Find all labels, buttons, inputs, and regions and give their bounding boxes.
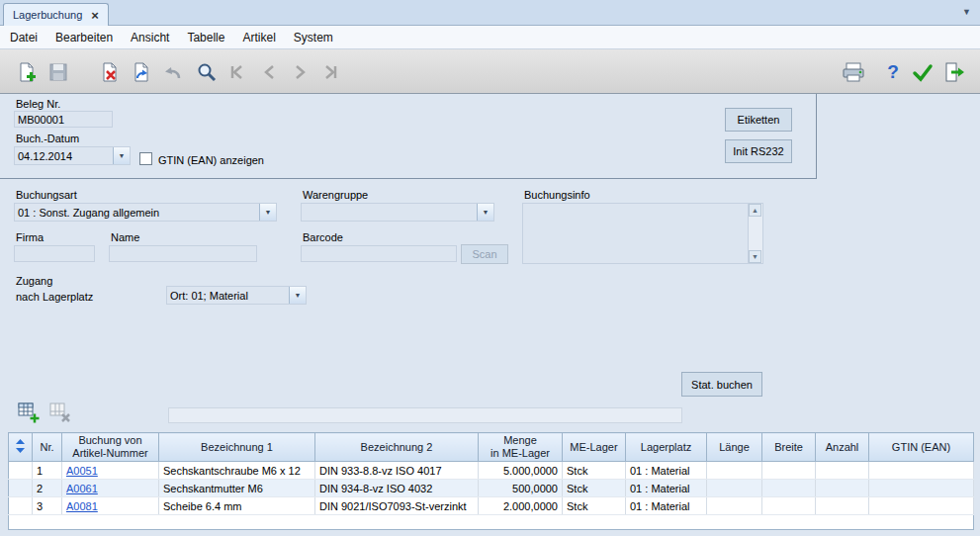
name-label: Name: [111, 231, 139, 243]
check-icon: [911, 61, 935, 83]
name-field[interactable]: [109, 245, 257, 262]
column-header-anzahl[interactable]: Anzahl: [816, 433, 869, 462]
buchungsart-combo[interactable]: 01 : Sonst. Zugang allgemein ▼: [14, 203, 277, 222]
nav-prev-button[interactable]: [255, 57, 285, 87]
exit-icon: [942, 61, 966, 83]
buchungsinfo-label: Buchungsinfo: [524, 189, 590, 201]
cell-bezeichnung1: Sechskantschraube M6 x 12: [159, 462, 315, 480]
exit-button[interactable]: [939, 57, 969, 87]
scroll-down-icon[interactable]: ▼: [749, 250, 761, 263]
save-button[interactable]: [44, 57, 73, 87]
column-header-artikel-nummer[interactable]: Buchung von Artikel-Nummer: [62, 433, 159, 462]
table-header-row: Nr. Buchung von Artikel-Nummer Bezeichnu…: [9, 433, 974, 462]
artikel-link[interactable]: A0081: [66, 500, 98, 512]
delete-row-button[interactable]: [45, 398, 75, 427]
column-header-breite[interactable]: Breite: [762, 433, 816, 462]
undo-button[interactable]: [158, 57, 188, 87]
column-header-bezeichnung1[interactable]: Bezeichnung 1: [159, 433, 315, 462]
artikel-link[interactable]: A0051: [66, 465, 98, 477]
menu-datei[interactable]: Datei: [10, 31, 38, 45]
cell-bezeichnung1: Sechskantmutter M6: [159, 480, 315, 497]
nav-last-button[interactable]: [314, 57, 344, 87]
nav-next-button[interactable]: [285, 57, 314, 87]
column-header-nr[interactable]: Nr.: [33, 433, 62, 462]
etiketten-button-label: Etiketten: [738, 114, 780, 126]
nav-next-icon: [289, 61, 311, 83]
column-header-sort[interactable]: [9, 433, 33, 462]
menu-system[interactable]: System: [294, 31, 333, 45]
cell-breite: [762, 497, 816, 515]
tab-list-caret-icon[interactable]: ▼: [962, 7, 971, 17]
lagerplatz-combo[interactable]: Ort: 01; Material ▼: [166, 286, 307, 305]
warengruppe-combo[interactable]: ▼: [301, 203, 494, 222]
undo-icon: [162, 61, 184, 83]
buch-datum-label: Buch.-Datum: [16, 133, 79, 144]
add-row-button[interactable]: [14, 398, 44, 427]
confirm-button[interactable]: [908, 57, 937, 87]
chevron-down-icon[interactable]: ▼: [289, 287, 306, 304]
cell-laenge: [707, 497, 762, 515]
column-header-laenge[interactable]: Länge: [707, 433, 762, 462]
barcode-field[interactable]: [301, 245, 457, 262]
tab-title: Lagerbuchung: [13, 9, 82, 21]
buchungsinfo-scrollbar[interactable]: ▲ ▼: [748, 204, 762, 263]
positions-info-field[interactable]: [168, 407, 682, 423]
print-button[interactable]: [839, 57, 868, 87]
buchungsinfo-textarea[interactable]: ▲ ▼: [522, 203, 763, 264]
refresh-record-button[interactable]: [127, 57, 156, 87]
buch-datum-combo[interactable]: 04.12.2014 ▼: [14, 146, 131, 165]
search-icon: [196, 61, 218, 83]
cell-bezeichnung2: DIN 934-8-vz ISO 4032: [315, 480, 479, 497]
menu-ansicht[interactable]: Ansicht: [131, 31, 169, 45]
column-header-bezeichnung2[interactable]: Bezeichnung 2: [315, 433, 479, 462]
buchungsart-value: 01 : Sonst. Zugang allgemein: [15, 207, 259, 219]
add-row-icon: [16, 400, 42, 425]
column-header-lagerplatz[interactable]: Lagerplatz: [626, 433, 707, 462]
beleg-groupbox: [0, 94, 817, 179]
close-icon[interactable]: ×: [91, 9, 99, 22]
header-line2: Artikel-Nummer: [64, 447, 156, 460]
stat-buchen-button[interactable]: Stat. buchen: [681, 372, 762, 397]
column-header-menge[interactable]: Menge in ME-Lager: [479, 433, 563, 462]
menu-bearbeiten[interactable]: Bearbeiten: [55, 31, 113, 45]
buchungsart-label: Buchungsart: [16, 189, 77, 201]
chevron-down-icon[interactable]: ▼: [477, 204, 493, 221]
beleg-nr-field[interactable]: MB00001: [14, 111, 113, 128]
table-row[interactable]: 1 A0051 Sechskantschraube M6 x 12 DIN 93…: [9, 462, 974, 480]
column-header-gtin[interactable]: GTIN (EAN): [869, 433, 974, 462]
stat-buchen-button-label: Stat. buchen: [691, 379, 753, 391]
delete-record-button[interactable]: [95, 57, 125, 87]
chevron-down-icon[interactable]: ▼: [113, 147, 130, 164]
artikel-link[interactable]: A0061: [66, 483, 98, 494]
tab-lagerbuchung[interactable]: Lagerbuchung ×: [3, 3, 109, 26]
cell-nr: 2: [33, 480, 62, 497]
firma-label: Firma: [16, 231, 44, 243]
zugang-label: Zugang: [16, 275, 52, 287]
delete-row-icon: [47, 400, 73, 425]
init-rs232-button[interactable]: Init RS232: [725, 139, 792, 163]
etiketten-button[interactable]: Etiketten: [725, 108, 792, 132]
menu-artikel[interactable]: Artikel: [242, 31, 275, 45]
menu-tabelle[interactable]: Tabelle: [187, 31, 224, 45]
chevron-down-icon[interactable]: ▼: [259, 204, 276, 221]
tab-bar: Lagerbuchung × ▼: [0, 0, 980, 26]
table-row[interactable]: 3 A0081 Scheibe 6.4 mm DIN 9021/ISO7093-…: [9, 497, 974, 515]
gtin-anzeigen-checkbox[interactable]: [139, 152, 152, 165]
row-marker-cell: [9, 480, 33, 497]
nav-first-button[interactable]: [223, 57, 253, 87]
cell-anzahl: [816, 462, 869, 480]
new-record-button[interactable]: [12, 57, 42, 87]
table-row[interactable]: 2 A0061 Sechskantmutter M6 DIN 934-8-vz …: [9, 480, 974, 497]
search-button[interactable]: [192, 57, 222, 87]
cell-laenge: [707, 480, 762, 497]
nav-last-icon: [318, 61, 340, 83]
column-header-me-lager[interactable]: ME-Lager: [563, 433, 626, 462]
help-button[interactable]: ?: [878, 57, 908, 87]
firma-field[interactable]: [14, 245, 95, 262]
nav-prev-icon: [259, 61, 281, 83]
nav-first-icon: [227, 61, 249, 83]
scroll-up-icon[interactable]: ▲: [749, 204, 761, 217]
table-empty-area: [9, 515, 974, 530]
scan-button[interactable]: Scan: [461, 244, 508, 264]
header-line1: Menge: [481, 434, 560, 447]
